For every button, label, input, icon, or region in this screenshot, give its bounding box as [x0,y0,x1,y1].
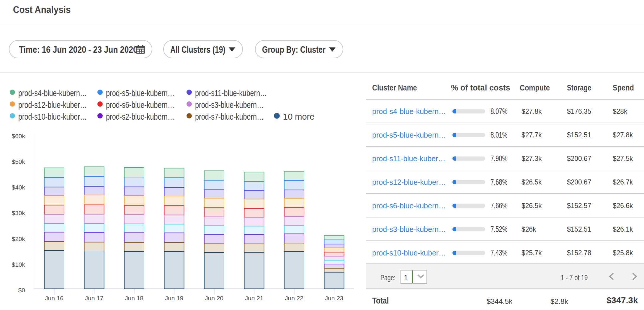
svg-text:$60k: $60k [12,133,25,139]
svg-text:Jun 16: Jun 16 [45,295,63,301]
svg-text:$20k: $20k [12,235,25,242]
svg-text:$40k: $40k [12,184,25,191]
svg-text:Jun 17: Jun 17 [85,295,103,301]
svg-text:$10k: $10k [12,261,25,268]
svg-text:Jun 23: Jun 23 [325,295,343,301]
svg-text:Jun 18: Jun 18 [125,295,143,301]
svg-text:$0: $0 [18,287,25,293]
svg-text:Jun 20: Jun 20 [205,295,223,301]
svg-text:$50k: $50k [12,158,25,165]
svg-text:Jun 21: Jun 21 [245,295,263,301]
svg-text:$30k: $30k [12,210,25,216]
svg-text:Jun 19: Jun 19 [165,295,183,301]
svg-text:Jun 22: Jun 22 [285,295,303,301]
